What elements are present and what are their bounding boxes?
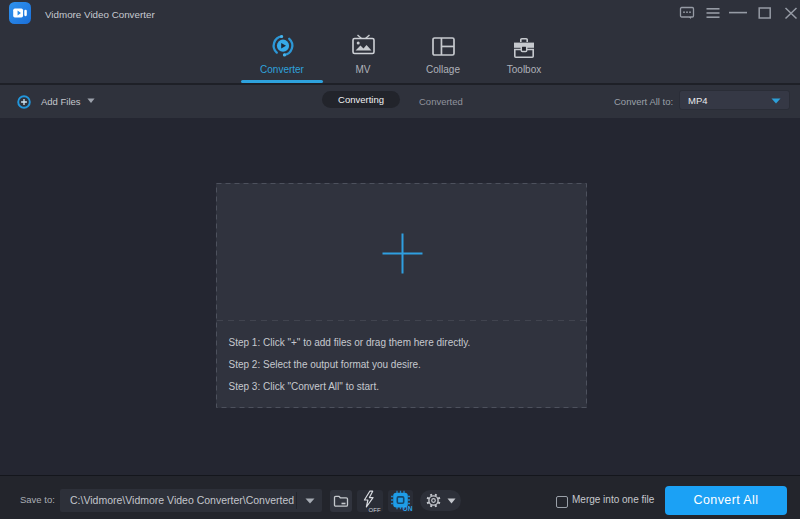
svg-text:ON: ON <box>403 505 413 512</box>
svg-text:OFF: OFF <box>369 507 381 513</box>
